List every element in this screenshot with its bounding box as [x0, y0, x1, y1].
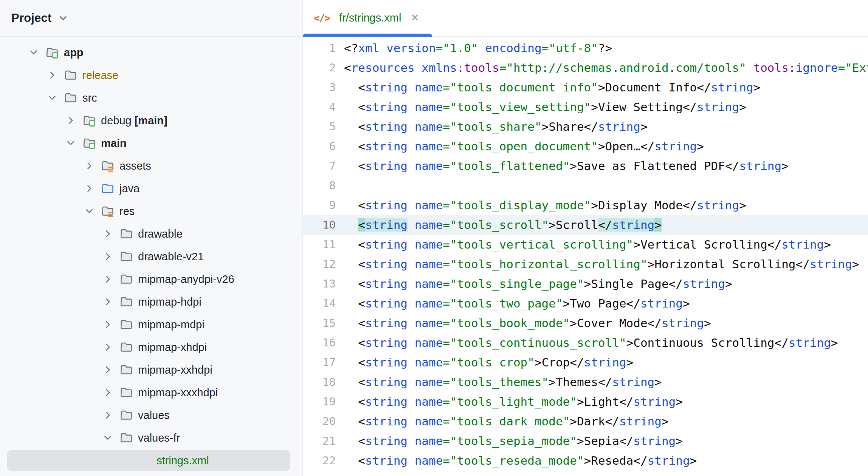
tree-item-mipmap-hdpi[interactable]: mipmap-hdpi [0, 291, 302, 313]
code-line-12[interactable]: 12 <string name="tools_horizontal_scroll… [303, 254, 868, 274]
tree-item-assets[interactable]: assets [0, 155, 302, 177]
code-line-8[interactable]: 8 [303, 176, 868, 195]
line-number: 5 [303, 117, 336, 136]
code-line-13[interactable]: 13 <string name="tools_single_page">Sing… [303, 274, 868, 294]
folder-icon [119, 386, 133, 399]
folder-icon [119, 295, 133, 309]
code-text: <string name="tools_display_mode">Displa… [336, 195, 746, 215]
code-line-3[interactable]: 3 <string name="tools_document_info">Doc… [303, 77, 868, 97]
line-number: 3 [303, 77, 336, 97]
project-view-title: Project [11, 11, 52, 25]
code-line-11[interactable]: 11 <string name="tools_vertical_scrollin… [303, 235, 868, 254]
editor-pane: </> fr/strings.xml ✕ 1<?xml version="1.0… [303, 0, 868, 476]
chevron-right-icon[interactable] [102, 273, 114, 285]
line-number: 12 [303, 254, 336, 274]
code-line-6[interactable]: 6 <string name="tools_open_document">Ope… [303, 136, 868, 156]
code-line-10[interactable]: 10 <string name="tools_scroll">Scroll</s… [303, 215, 868, 235]
tree-item-mipmap-xxxhdpi[interactable]: mipmap-xxxhdpi [0, 381, 302, 404]
line-number: 13 [303, 274, 336, 294]
code-line-16[interactable]: 16 <string name="tools_continuous_scroll… [303, 333, 868, 352]
project-panel-header[interactable]: Project [0, 0, 302, 37]
code-line-18[interactable]: 18 <string name="tools_themes">Themes</s… [303, 372, 868, 392]
tree-item-label: java [119, 182, 140, 195]
code-line-9[interactable]: 9 <string name="tools_display_mode">Disp… [303, 195, 868, 215]
folder-icon [119, 340, 133, 354]
tab-fr-strings-xml[interactable]: </> fr/strings.xml ✕ [303, 0, 432, 36]
chevron-down-icon[interactable] [28, 46, 40, 59]
chevron-right-icon[interactable] [102, 250, 114, 263]
folder-icon [119, 431, 133, 445]
chevron-right-icon[interactable] [65, 114, 77, 127]
tree-item-label: assets [119, 160, 151, 172]
code-text: <string name="tools_themes">Themes</stri… [336, 372, 662, 392]
code-line-2[interactable]: 2<resources xmlns:tools="http://schemas.… [303, 58, 868, 77]
tree-item-src[interactable]: src [0, 87, 302, 109]
tree-item-strings.xml[interactable]: strings.xml [0, 449, 302, 472]
folder-module-icon [82, 114, 96, 127]
chevron-right-icon[interactable] [102, 409, 114, 421]
chevron-right-icon[interactable] [102, 364, 114, 376]
code-line-15[interactable]: 15 <string name="tools_book_mode">Cover … [303, 313, 868, 333]
chevron-down-icon[interactable] [65, 137, 77, 149]
chevron-right-icon[interactable] [46, 69, 58, 81]
code-text: <string name="tools_document_info">Docum… [336, 77, 760, 97]
code-text: <string name="tools_continuous_scroll">C… [336, 333, 838, 352]
chevron-right-icon[interactable] [102, 228, 114, 240]
code-line-14[interactable]: 14 <string name="tools_two_page">Two Pag… [303, 294, 868, 313]
code-editor[interactable]: 1<?xml version="1.0" encoding="utf-8"?>2… [303, 37, 868, 476]
code-line-7[interactable]: 7 <string name="tools_flattened">Save as… [303, 156, 868, 176]
tree-item-debug[interactable]: debug [main] [0, 109, 302, 132]
line-number: 21 [303, 431, 336, 451]
tree-item-label: res [119, 205, 135, 218]
chevron-right-icon[interactable] [102, 386, 114, 399]
code-line-4[interactable]: 4 <string name="tools_view_setting">View… [303, 97, 868, 117]
tree-item-app[interactable]: app [0, 41, 302, 64]
tree-item-main[interactable]: main [0, 132, 302, 155]
chevron-right-icon[interactable] [102, 341, 114, 353]
tree-item-label: mipmap-xhdpi [138, 341, 207, 354]
tree-item-mipmap-xxhdpi[interactable]: mipmap-xxhdpi [0, 359, 302, 381]
chevron-right-icon[interactable] [83, 182, 95, 195]
tab-label: fr/strings.xml [339, 12, 401, 24]
tree-item-res[interactable]: res [0, 200, 302, 223]
tree-item-mipmap-mdpi[interactable]: mipmap-mdpi [0, 313, 302, 336]
code-line-19[interactable]: 19 <string name="tools_light_mode">Light… [303, 392, 868, 411]
folder-icon [119, 272, 133, 286]
tree-item-label: mipmap-mdpi [138, 318, 205, 331]
code-text: <string name="tools_vertical_scrolling">… [336, 235, 831, 254]
xml-file-icon: </> [315, 11, 329, 25]
tree-item-label: strings.xml [157, 454, 209, 467]
close-icon[interactable]: ✕ [411, 13, 419, 23]
code-line-21[interactable]: 21 <string name="tools_sepia_mode">Sepia… [303, 431, 868, 451]
chevron-down-icon[interactable] [57, 12, 69, 24]
tree-item-label: release [82, 69, 118, 82]
line-number: 18 [303, 372, 336, 392]
folder-assets-icon [101, 159, 115, 173]
code-line-22[interactable]: 22 <string name="tools_reseda_mode">Rese… [303, 451, 868, 470]
code-line-5[interactable]: 5 <string name="tools_share">Share</stri… [303, 117, 868, 136]
code-text: <string name="tools_share">Share</string… [336, 117, 648, 136]
chevron-down-icon[interactable] [83, 205, 95, 217]
tree-item-java[interactable]: java [0, 177, 302, 200]
line-number: 9 [303, 195, 336, 215]
tree-item-mipmap-anydpi-v26[interactable]: mipmap-anydpi-v26 [0, 268, 302, 291]
tree-item-drawable[interactable]: drawable [0, 223, 302, 245]
code-text: <?xml version="1.0" encoding="utf-8"?> [336, 38, 612, 58]
chevron-right-icon[interactable] [102, 318, 114, 331]
tree-item-values-fr[interactable]: values-fr [0, 427, 302, 449]
code-text: <string name="tools_dark_mode">Dark</str… [336, 411, 669, 431]
chevron-down-icon[interactable] [46, 92, 58, 104]
chevron-right-icon[interactable] [102, 296, 114, 308]
tree-item-values[interactable]: values [0, 404, 302, 427]
chevron-down-icon[interactable] [102, 432, 114, 444]
chevron-right-icon[interactable] [83, 160, 95, 172]
code-text: <string name="tools_light_mode">Light</s… [336, 392, 683, 411]
code-line-17[interactable]: 17 <string name="tools_crop">Crop</strin… [303, 352, 868, 372]
code-line-20[interactable]: 20 <string name="tools_dark_mode">Dark</… [303, 411, 868, 431]
line-number: 19 [303, 392, 336, 411]
tree-item-release[interactable]: release [0, 64, 302, 87]
tree-item-mipmap-xhdpi[interactable]: mipmap-xhdpi [0, 336, 302, 359]
code-line-1[interactable]: 1<?xml version="1.0" encoding="utf-8"?> [303, 38, 868, 58]
tree-item-label: mipmap-anydpi-v26 [138, 273, 234, 286]
tree-item-drawable-v21[interactable]: drawable-v21 [0, 245, 302, 268]
